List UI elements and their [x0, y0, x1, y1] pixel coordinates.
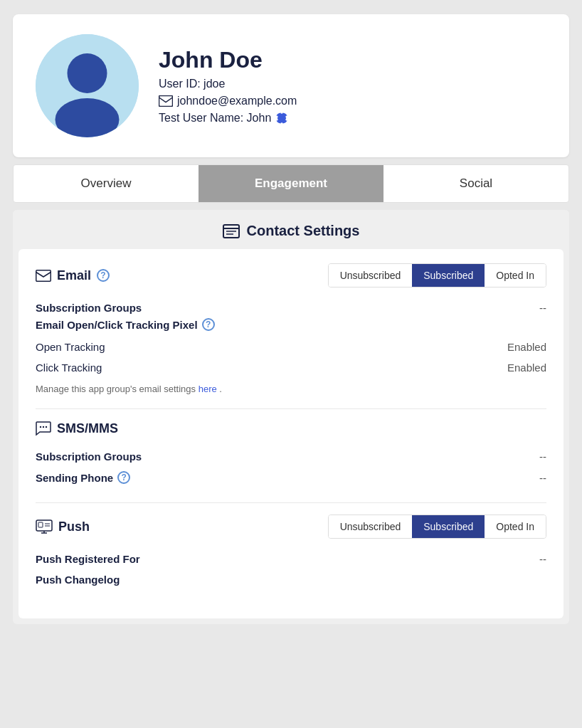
push-optedin-btn[interactable]: Opted In — [485, 515, 546, 538]
email-help-icon[interactable]: ? — [97, 269, 110, 282]
sending-phone-row: Sending Phone ? -- — [36, 467, 546, 488]
email-section-header: Email ? Unsubscribed Subscribed Opted In — [36, 263, 546, 287]
push-registered-value: -- — [539, 553, 546, 565]
sending-phone-label: Sending Phone — [36, 472, 113, 484]
svg-point-11 — [46, 426, 47, 428]
tab-overview[interactable]: Overview — [14, 165, 199, 202]
tab-social[interactable]: Social — [383, 165, 568, 202]
contact-settings-icon — [223, 224, 240, 238]
svg-rect-8 — [36, 270, 51, 281]
sending-phone-value: -- — [539, 472, 546, 484]
push-icon — [36, 519, 53, 534]
open-tracking-value: Enabled — [507, 341, 546, 353]
sms-title: SMS/MMS — [36, 421, 118, 436]
tracking-help-icon[interactable]: ? — [202, 318, 215, 331]
svg-point-1 — [68, 53, 107, 93]
divider-1 — [36, 408, 546, 409]
svg-point-10 — [43, 426, 44, 428]
divider-2 — [36, 502, 546, 503]
push-section-header: Push Unsubscribed Subscribed Opted In — [36, 515, 546, 539]
sending-phone-help-icon[interactable]: ? — [117, 471, 130, 484]
profile-name: John Doe — [159, 47, 297, 73]
sms-section: SMS/MMS Subscription Groups -- Sending P… — [36, 421, 546, 488]
open-tracking-row: Open Tracking Enabled — [36, 337, 546, 357]
section-header: Contact Settings — [13, 210, 569, 249]
svg-rect-3 — [159, 96, 173, 107]
push-subscription-buttons: Unsubscribed Subscribed Opted In — [328, 515, 546, 539]
section-title: Contact Settings — [247, 223, 360, 239]
manage-text-suffix: . — [219, 384, 222, 394]
click-tracking-row: Click Tracking Enabled — [36, 357, 546, 378]
sms-section-header: SMS/MMS — [36, 421, 546, 436]
email-section-icon — [36, 270, 51, 282]
tracking-header: Email Open/Click Tracking Pixel ? — [36, 318, 546, 331]
push-changelog-row: Push Changelog — [36, 569, 546, 590]
email-section: Email ? Unsubscribed Subscribed Opted In… — [36, 263, 546, 394]
profile-info: John Doe User ID: jdoe johndoe@example.c… — [159, 47, 297, 125]
push-unsubscribed-btn[interactable]: Unsubscribed — [329, 515, 413, 538]
sms-subscription-groups-row: Subscription Groups -- — [36, 446, 546, 467]
profile-card: John Doe User ID: jdoe johndoe@example.c… — [13, 14, 569, 157]
testuser-label: Test User Name: John — [159, 112, 271, 125]
email-subscription-buttons: Unsubscribed Subscribed Opted In — [328, 263, 546, 287]
email-subscription-groups-label: Subscription Groups — [36, 302, 142, 314]
email-title: Email ? — [36, 268, 110, 283]
tabs-container: Overview Engagement Social — [13, 164, 569, 203]
sms-icon — [36, 421, 51, 436]
push-changelog-label: Push Changelog — [36, 574, 120, 586]
open-tracking-label: Open Tracking — [36, 341, 105, 353]
email-subscribed-btn[interactable]: Subscribed — [412, 264, 485, 287]
sms-subscription-groups-label: Subscription Groups — [36, 450, 142, 463]
email-subscription-groups-row: Subscription Groups -- — [36, 297, 546, 318]
svg-point-9 — [40, 426, 41, 428]
push-title: Push — [36, 519, 90, 534]
profile-userid: User ID: jdoe — [159, 78, 297, 90]
push-subscribed-btn[interactable]: Subscribed — [412, 515, 485, 538]
sms-label: SMS/MMS — [57, 421, 118, 436]
email-subscription-groups-value: -- — [539, 302, 546, 314]
email-optedin-btn[interactable]: Opted In — [485, 264, 546, 287]
push-section: Push Unsubscribed Subscribed Opted In Pu… — [36, 515, 546, 590]
content-area: Email ? Unsubscribed Subscribed Opted In… — [18, 249, 564, 618]
manage-text-prefix: Manage this app group's email settings — [36, 384, 196, 394]
push-label: Push — [58, 519, 90, 534]
contact-settings-section: Contact Settings Email ? Unsubscribed Su… — [13, 210, 569, 624]
email-unsubscribed-btn[interactable]: Unsubscribed — [329, 264, 413, 287]
tracking-label: Email Open/Click Tracking Pixel — [36, 319, 198, 331]
svg-rect-15 — [38, 522, 43, 527]
push-registered-row: Push Registered For -- — [36, 549, 546, 569]
click-tracking-label: Click Tracking — [36, 362, 102, 374]
profile-email-row: johndoe@example.com — [159, 95, 297, 107]
profile-testuser: Test User Name: John — [159, 112, 297, 125]
manage-email-link[interactable]: here — [199, 384, 217, 394]
email-label: Email — [57, 268, 91, 283]
click-tracking-value: Enabled — [507, 362, 546, 374]
sms-subscription-groups-value: -- — [539, 450, 546, 463]
email-icon — [159, 95, 173, 107]
tab-engagement[interactable]: Engagement — [199, 165, 383, 202]
profile-email: johndoe@example.com — [177, 95, 297, 107]
gear-icon[interactable] — [275, 112, 288, 125]
manage-email-text: Manage this app group's email settings h… — [36, 384, 546, 394]
avatar — [36, 34, 139, 137]
push-registered-label: Push Registered For — [36, 553, 140, 565]
